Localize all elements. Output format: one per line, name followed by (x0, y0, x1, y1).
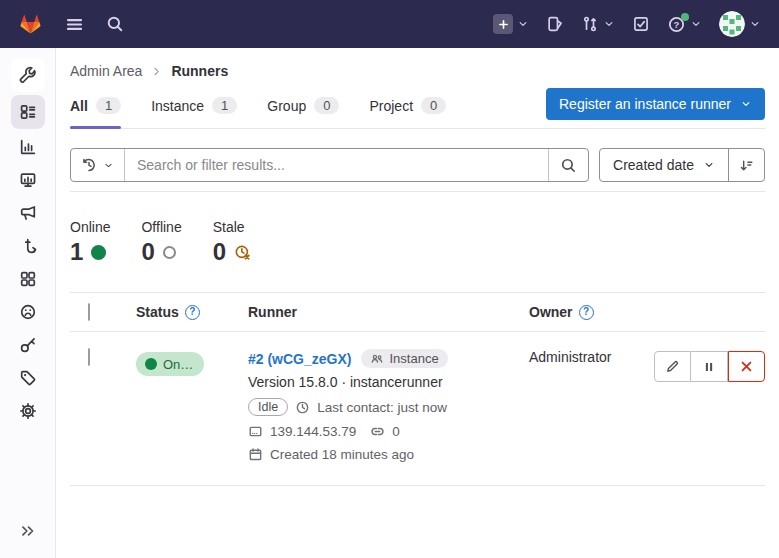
key-icon (19, 336, 37, 354)
tab-instance[interactable]: Instance 1 (151, 85, 237, 128)
calendar-icon (248, 447, 263, 462)
status-help-icon[interactable]: ? (185, 305, 200, 320)
offline-ring-icon (163, 246, 176, 259)
chevron-right-icon (151, 66, 162, 77)
label-tag-icon (19, 369, 37, 387)
monitor-icon (19, 171, 37, 189)
chevron-down-icon (690, 18, 702, 30)
tab-group[interactable]: Group 0 (267, 85, 339, 128)
sidebar-item-admin-overview[interactable] (11, 58, 45, 92)
row-checkbox[interactable] (88, 348, 90, 366)
owner-help-icon[interactable]: ? (579, 305, 594, 320)
chevron-down-icon (740, 98, 752, 110)
breadcrumb: Admin Area Runners (70, 48, 765, 79)
admin-sidebar (0, 48, 56, 558)
sidebar-item-deploy-keys[interactable] (11, 330, 45, 360)
pause-icon (702, 360, 716, 374)
help-dropdown[interactable]: ? (667, 15, 702, 34)
filtered-search (70, 148, 589, 182)
job-status-badge: Idle (248, 398, 288, 416)
owner-link[interactable]: Administrator (529, 349, 611, 365)
chart-icon (19, 138, 37, 156)
sidebar-item-messages[interactable] (11, 198, 45, 228)
status-badge: Online (136, 352, 204, 376)
runner-row: Online #2 (wCG_zeGX) Instance (70, 332, 765, 486)
top-navbar: ? (0, 0, 779, 48)
ip-address-icon (248, 424, 263, 439)
svg-text:?: ? (674, 18, 680, 29)
new-menu-dropdown[interactable] (493, 14, 529, 34)
sidebar-expand-toggle[interactable] (11, 516, 45, 546)
sort-control: Created date (599, 148, 765, 182)
filter-bar: Created date (70, 148, 765, 192)
sort-descending-icon (739, 158, 754, 173)
chevron-down-icon (749, 18, 761, 30)
edit-runner-button[interactable] (654, 351, 691, 382)
notification-dot (681, 13, 689, 21)
delete-runner-button[interactable] (728, 351, 765, 382)
sidebar-item-labels[interactable] (11, 363, 45, 393)
tab-project-count: 0 (421, 97, 446, 114)
gear-icon (19, 402, 37, 420)
megaphone-icon (19, 204, 37, 222)
user-menu[interactable] (719, 11, 761, 37)
chevron-down-icon (603, 18, 615, 30)
runner-type-badge: Instance (361, 349, 447, 368)
user-avatar (719, 11, 745, 37)
frown-face-icon (19, 303, 37, 321)
close-x-icon (739, 359, 754, 374)
runner-link[interactable]: #2 (wCG_zeGX) (248, 351, 351, 367)
runner-type-tabs: All 1 Instance 1 Group 0 Project 0 Regis… (70, 85, 765, 129)
created-text: Created 18 minutes ago (270, 447, 414, 462)
todos-icon[interactable] (632, 15, 650, 33)
table-header-row: Status ? Runner Owner ? (70, 293, 765, 332)
stat-online: Online 1 (70, 219, 110, 266)
runner-actions (654, 351, 765, 382)
sidebar-item-settings[interactable] (11, 396, 45, 426)
stat-offline: Offline 0 (141, 219, 181, 266)
pause-runner-button[interactable] (691, 351, 728, 382)
tab-project[interactable]: Project 0 (369, 85, 446, 128)
applications-grid-icon (19, 270, 37, 288)
stat-stale: Stale 0 (213, 219, 251, 266)
select-all-checkbox[interactable] (88, 303, 90, 321)
sidebar-item-system-hooks[interactable] (11, 231, 45, 261)
issues-icon[interactable] (546, 15, 564, 33)
chevron-down-icon (703, 159, 715, 171)
ip-address-text: 139.144.53.79 (270, 424, 356, 439)
sort-by-dropdown[interactable]: Created date (600, 149, 728, 181)
hook-icon (19, 237, 37, 255)
pencil-icon (665, 359, 680, 374)
search-icon[interactable] (106, 15, 124, 33)
online-dot-icon (91, 245, 106, 260)
plus-icon (493, 14, 513, 34)
gitlab-logo-icon[interactable] (18, 12, 43, 36)
chevron-down-icon (103, 160, 114, 171)
search-submit-icon[interactable] (548, 149, 588, 181)
search-history-dropdown[interactable] (71, 149, 125, 181)
link-icon (370, 424, 385, 439)
runner-stats: Online 1 Offline 0 Stale 0 (70, 219, 765, 266)
tab-all[interactable]: All 1 (70, 85, 121, 128)
people-icon (370, 352, 384, 366)
breadcrumb-admin-area[interactable]: Admin Area (70, 63, 142, 79)
merge-request-icon (581, 15, 599, 33)
sidebar-item-overview[interactable] (11, 95, 45, 129)
breadcrumb-runners: Runners (171, 63, 228, 79)
menu-icon[interactable] (65, 15, 84, 34)
sidebar-item-abuse-reports[interactable] (11, 297, 45, 327)
sidebar-item-monitoring[interactable] (11, 165, 45, 195)
register-instance-runner-button[interactable]: Register an instance runner (546, 88, 765, 120)
tab-group-count: 0 (314, 97, 339, 114)
tab-all-count: 1 (96, 97, 121, 114)
sort-direction-button[interactable] (728, 149, 764, 181)
tab-instance-count: 1 (212, 97, 237, 114)
linked-projects-count: 0 (392, 424, 400, 439)
online-dot-icon (145, 358, 157, 370)
sidebar-item-applications[interactable] (11, 264, 45, 294)
chevron-down-icon (517, 18, 529, 30)
sidebar-item-analytics[interactable] (11, 132, 45, 162)
search-input[interactable] (125, 149, 548, 181)
merge-requests-dropdown[interactable] (581, 15, 615, 33)
last-contact-text: Last contact: just now (317, 400, 447, 415)
